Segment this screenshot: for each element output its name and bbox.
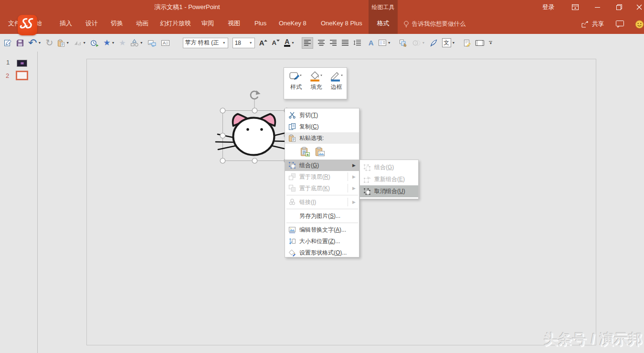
font-size-combo[interactable]: 18▼ (232, 38, 255, 48)
regroup-icon (360, 176, 374, 183)
flip-shape-icon[interactable]: ▼ (74, 37, 86, 49)
group-submenu-item-group: 组合(G) (360, 161, 418, 173)
share-icon (581, 21, 590, 28)
star-effect-icon[interactable]: ★▼ (103, 37, 115, 49)
tab-plus[interactable]: Plus (254, 14, 266, 33)
context-menu-item-save-as-picture[interactable]: 另存为图片(S)... (285, 210, 359, 222)
rotate-handle[interactable] (251, 90, 261, 99)
slide-1-number: 1 (6, 59, 10, 66)
context-menu-item-copy[interactable]: 复制(C) (285, 121, 359, 132)
context-menu-item-size-and-position[interactable]: 大小和位置(Z)... (285, 235, 359, 247)
justify-icon[interactable] (341, 37, 349, 49)
slide-1-thumbnail[interactable] (17, 60, 27, 67)
context-menu-item-bring-to-front: 置于顶层(R)▶ (285, 171, 359, 182)
restore-button[interactable] (612, 0, 626, 14)
film-strip-icon[interactable] (475, 37, 485, 49)
ribbon-display-options-button[interactable] (568, 0, 582, 14)
qat-overflow-icon[interactable]: ▼ (489, 37, 492, 49)
comment-icon[interactable] (612, 14, 627, 34)
context-menu-item-group[interactable]: 组合(G)▶ (285, 160, 359, 171)
paste-option-picture[interactable] (314, 146, 326, 158)
tab-insert[interactable]: 插入 (60, 14, 72, 33)
bring-front-icon (285, 173, 299, 181)
animation-timing-icon[interactable] (90, 37, 99, 49)
tab-animations[interactable]: 动画 (136, 14, 148, 33)
cat-left-eye (246, 128, 249, 130)
context-menu-item-edit-alt-text[interactable]: 编辑替换文字(A)... (285, 224, 359, 235)
paste-special-icon[interactable]: ▼ (57, 37, 69, 49)
mini-toolbar: 样式 填充 边框 (284, 67, 347, 99)
align-center-icon[interactable] (317, 37, 325, 49)
cat-head (233, 118, 274, 155)
send-back-icon (285, 184, 299, 192)
save-edit-icon[interactable] (4, 37, 12, 49)
tab-review[interactable]: 审阅 (201, 14, 214, 33)
context-menu-item-cut[interactable]: 剪切(T) (285, 109, 359, 121)
ink-icon[interactable] (430, 37, 438, 49)
slide-2-thumbnail[interactable] (16, 71, 28, 80)
share-button[interactable]: 共享 (581, 14, 604, 34)
tab-onekey8[interactable]: OneKey 8 (279, 14, 306, 33)
save-icon[interactable] (16, 37, 24, 49)
mini-outline-button[interactable]: 边框 (328, 71, 345, 99)
context-menu-item-send-to-back: 置于底层(K)▶ (285, 182, 359, 194)
align-left-icon[interactable] (302, 37, 313, 49)
undo-icon[interactable]: ↶▼ (28, 37, 41, 49)
ungroup-icon (360, 188, 374, 195)
screenshot-icon[interactable] (148, 37, 157, 49)
shapes-icon[interactable]: ▼ (130, 37, 143, 49)
alt-text-icon (285, 226, 299, 234)
tab-format[interactable]: 格式 (369, 14, 398, 34)
paste-option-keep-source-formatting[interactable]: a (299, 146, 311, 158)
submenu-arrow-icon: ▶ (348, 172, 359, 181)
close-button[interactable] (634, 0, 644, 14)
submenu-arrow-icon: ▶ (348, 184, 359, 193)
slide-2-number: 2 (6, 72, 9, 79)
link-icon (285, 198, 299, 206)
tell-me-box[interactable]: 告诉我你想要做什么 (403, 14, 466, 34)
doc-edit-icon[interactable] (463, 37, 471, 49)
cut-icon (285, 111, 299, 119)
drawing-tools-label: 绘图工具 (369, 0, 398, 14)
minimize-button[interactable] (590, 0, 604, 14)
tab-transitions[interactable]: 切换 (111, 14, 123, 33)
slide-thumbnail-panel: 1 2 (0, 52, 38, 353)
group-submenu-item-ungroup[interactable]: 取消组合(U) (360, 185, 418, 197)
watermark-text: 头条号 / 演示邦 (544, 330, 643, 349)
decrease-font-size-icon[interactable]: A (272, 37, 279, 49)
format-shape-icon (285, 249, 299, 257)
star-faded-icon[interactable]: ★ (119, 37, 126, 49)
mini-fill-button[interactable]: 填充 (308, 71, 324, 99)
slide-layout-icon[interactable]: ▼ (378, 37, 391, 49)
redo-icon[interactable]: ↻ (45, 37, 53, 49)
tab-view[interactable]: 视图 (228, 14, 240, 33)
smiley-icon[interactable] (635, 14, 644, 34)
sign-in-link[interactable]: 登录 (542, 0, 554, 14)
font-name-combo[interactable]: 苹方 特粗 (正▼ (183, 38, 228, 48)
context-menu-item-paste-options[interactable]: 粘贴选项: (285, 132, 359, 144)
font-color-icon[interactable]: A▼ (284, 37, 295, 49)
size-pos-icon (285, 237, 299, 245)
group-icon (285, 161, 299, 169)
align-right-icon[interactable] (329, 37, 337, 49)
shape-style-icon (289, 71, 303, 82)
context-menu-item-format-shape[interactable]: 设置形状格式(O)... (285, 247, 359, 258)
tab-slideshow[interactable]: 幻灯片放映 (160, 14, 191, 33)
text-direction-icon[interactable]: 文▼ (442, 37, 455, 49)
ribbon-tabs-row: 格式 告诉我你想要做什么 共享 文件开始插入设计切换动画幻灯片放映审阅视图Plu… (0, 14, 644, 34)
group-submenu: 组合(G)重新组合(E)取消组合(U) (359, 160, 419, 199)
merge-shapes-icon[interactable]: ▼ (412, 37, 425, 49)
context-menu-paste-buttons-row: a (285, 144, 359, 160)
text-box-icon[interactable]: A (161, 37, 170, 49)
group-submenu-item-regroup: 重新组合(E) (360, 173, 418, 185)
tab-design[interactable]: 设计 (85, 14, 98, 33)
group-icon (360, 164, 374, 171)
title-bar: 演示文稿1 - PowerPoint 绘图工具 登录 (0, 0, 644, 14)
tab-onekey8plus[interactable]: OneKey 8 Plus (321, 14, 362, 33)
char-format-icon[interactable]: A (369, 37, 374, 49)
mini-style-button[interactable]: 样式 (288, 71, 304, 99)
increase-font-size-icon[interactable]: A (259, 37, 268, 49)
shape-outline-icon (330, 71, 343, 82)
line-spacing-icon[interactable] (353, 37, 361, 49)
arrange-icon[interactable] (399, 37, 408, 49)
